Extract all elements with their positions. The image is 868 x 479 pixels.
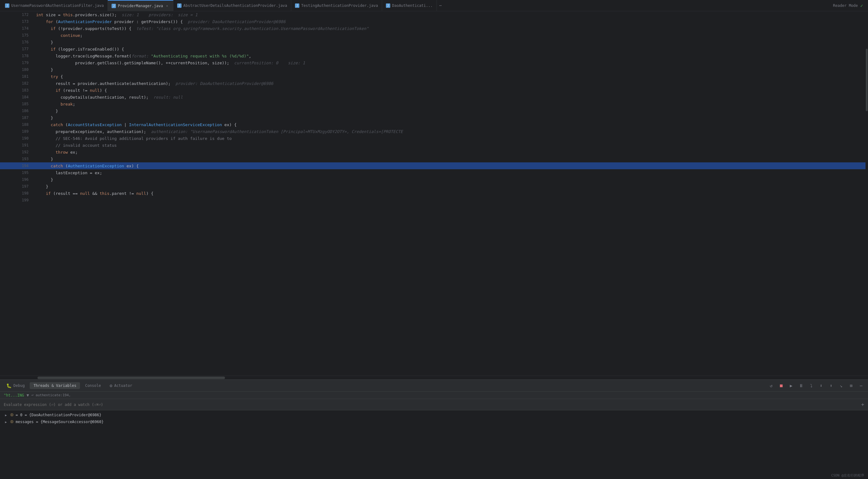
table-row: 189 prepareException(ex, authentication)… — [0, 128, 866, 135]
line-code: prepareException(ex, authentication); au… — [33, 128, 866, 135]
table-row: 178 logger.trace(LogMessage.format(forma… — [0, 53, 866, 59]
tab-testing-provider[interactable]: J TestingAuthenticationProvider.java — [291, 0, 382, 11]
step-into-button[interactable]: ⬇ — [817, 381, 826, 390]
actuator-label: Actuator — [114, 383, 132, 388]
var-name: messages = {MessageSourceAccessor@6960} — [16, 420, 104, 424]
line-code: catch (AccountStatusException | Internal… — [33, 121, 866, 128]
var-name: = 0 = {DaoAuthenticationProvider@6986} — [16, 413, 101, 417]
debug-tab-label: Debug — [13, 383, 25, 388]
line-code: if (logger.isTraceEnabled()) { — [33, 45, 866, 53]
line-number: 180 — [0, 66, 33, 73]
line-number: 194 — [0, 162, 33, 169]
horizontal-scrollbar[interactable] — [0, 376, 868, 379]
stack-thread-name: "ht...ING — [4, 393, 24, 397]
expand-icon[interactable]: ▶ — [4, 420, 8, 424]
add-watch-button[interactable]: + — [861, 402, 864, 408]
table-row-highlighted: 194 catch (AuthenticationException ex) { — [0, 162, 866, 169]
line-number: 181 — [0, 73, 33, 80]
code-table: 172 int size = this.providers.size(); si… — [0, 11, 866, 203]
table-row: 199 — [0, 197, 866, 203]
evaluate-bar: + — [0, 399, 868, 410]
table-row: 174 if (!provider.supports(toTest)) { to… — [0, 25, 866, 32]
step-over-button[interactable]: ⤵ — [807, 381, 815, 390]
vertical-scrollbar[interactable] — [866, 11, 868, 376]
line-code: continue; — [33, 32, 866, 39]
line-number: 196 — [0, 176, 33, 183]
more-debug-button[interactable]: ⋯ — [857, 381, 866, 390]
table-row: 188 catch (AccountStatusException | Inte… — [0, 121, 866, 128]
table-row: 195 lastException = ex; — [0, 169, 866, 176]
variables-panel: ▶ ⓪ = 0 = {DaoAuthenticationProvider@698… — [0, 410, 868, 479]
rerun-button[interactable]: ↺ — [767, 381, 776, 390]
pause-button[interactable]: ⏸ — [797, 381, 806, 390]
table-row: 180 } — [0, 66, 866, 73]
tab-label: TestingAuthenticationProvider.java — [301, 3, 378, 8]
table-row: 175 continue; — [0, 32, 866, 39]
line-code: provider.getClass().getSimpleName(), ++c… — [33, 59, 866, 66]
line-number: 190 — [0, 135, 33, 142]
run-to-cursor-button[interactable]: ↘ — [837, 381, 845, 390]
line-number: 188 — [0, 121, 33, 128]
evaluate-button[interactable]: ⊞ — [847, 381, 856, 390]
h-scrollbar-thumb — [37, 377, 225, 379]
line-number: 178 — [0, 53, 33, 59]
line-number: 176 — [0, 39, 33, 45]
debug-tab-debug[interactable]: 🐛 Debug — [2, 382, 28, 389]
tab-label: DaoAuthenticati... — [392, 3, 433, 8]
list-item[interactable]: ▶ ⓪ messages = {MessageSourceAccessor@69… — [0, 418, 868, 425]
tab-abstract-provider[interactable]: J AbstractUserDetailsAuthenticationProvi… — [174, 0, 291, 11]
filter-dropdown[interactable]: ▼ — [27, 393, 29, 397]
java-file-icon: J — [295, 3, 299, 8]
editor-area: 172 int size = this.providers.size(); si… — [0, 11, 868, 376]
tab-username-filter[interactable]: J UsernamePasswordAuthenticationFilter.j… — [1, 0, 108, 11]
debug-tab-actuator[interactable]: ⚙ Actuator — [106, 382, 136, 389]
java-file-icon: J — [177, 3, 182, 8]
debug-tab-threads[interactable]: Threads & Variables — [30, 382, 80, 389]
table-row: 193 } — [0, 156, 866, 162]
evaluate-input[interactable] — [4, 403, 859, 407]
actuator-icon: ⚙ — [110, 383, 112, 388]
line-code: } — [33, 176, 866, 183]
expand-icon[interactable]: ▶ — [4, 413, 8, 417]
console-label: Console — [85, 383, 101, 388]
close-tab-button[interactable]: ✕ — [165, 4, 169, 8]
line-code: } — [33, 183, 866, 190]
line-number: 193 — [0, 156, 33, 162]
table-row: 191 // invalid account status — [0, 142, 866, 149]
tab-provider-manager[interactable]: J ProviderManager.java ✕ — [108, 0, 174, 11]
table-row: 192 throw ex; — [0, 149, 866, 156]
line-number: 175 — [0, 32, 33, 39]
code-editor[interactable]: 172 int size = this.providers.size(); si… — [0, 11, 866, 376]
tab-label: ProviderManager.java — [118, 4, 163, 8]
line-code: int size = this.providers.size(); size: … — [33, 11, 866, 18]
tab-dao-auth[interactable]: J DaoAuthenticati... — [382, 0, 437, 11]
reader-mode-area: Reader Mode ✓ — [833, 3, 867, 8]
debug-toolbar: ↺ ⏹ ▶ ⏸ ⤵ ⬇ ⬆ ↘ ⊞ ⋯ — [767, 381, 866, 390]
table-row: 183 if (result != null) { — [0, 87, 866, 94]
table-row: 198 if (result == null && this.parent !=… — [0, 190, 866, 197]
java-file-icon: J — [386, 3, 390, 8]
line-code: } — [33, 39, 866, 45]
debug-icon: 🐛 — [6, 383, 11, 388]
list-item[interactable]: ▶ ⓪ = 0 = {DaoAuthenticationProvider@698… — [0, 412, 868, 418]
debug-tab-console[interactable]: Console — [81, 382, 105, 389]
resume-button[interactable]: ▶ — [787, 381, 796, 390]
line-number: 183 — [0, 87, 33, 94]
line-number: 179 — [0, 59, 33, 66]
line-number: 182 — [0, 80, 33, 87]
java-file-icon: J — [5, 3, 9, 8]
stop-button[interactable]: ⏹ — [777, 381, 785, 390]
stack-location: ↩ authenticate:194, — [32, 393, 71, 397]
line-code: result = provider.authenticate(authentic… — [33, 80, 866, 87]
table-row: 185 break; — [0, 100, 866, 107]
line-number: 186 — [0, 107, 33, 114]
line-number: 185 — [0, 100, 33, 107]
line-code: if (!provider.supports(toTest)) { toTest… — [33, 25, 866, 32]
line-number: 191 — [0, 142, 33, 149]
more-tabs-button[interactable]: ⋯ — [437, 0, 444, 11]
bottom-hint: CSDN @左右行的程序 — [831, 473, 864, 478]
step-out-button[interactable]: ⬆ — [827, 381, 836, 390]
line-number: 173 — [0, 18, 33, 25]
table-row: 187 } — [0, 114, 866, 121]
line-code: // SEC-546: Avoid polling additional pro… — [33, 135, 866, 142]
